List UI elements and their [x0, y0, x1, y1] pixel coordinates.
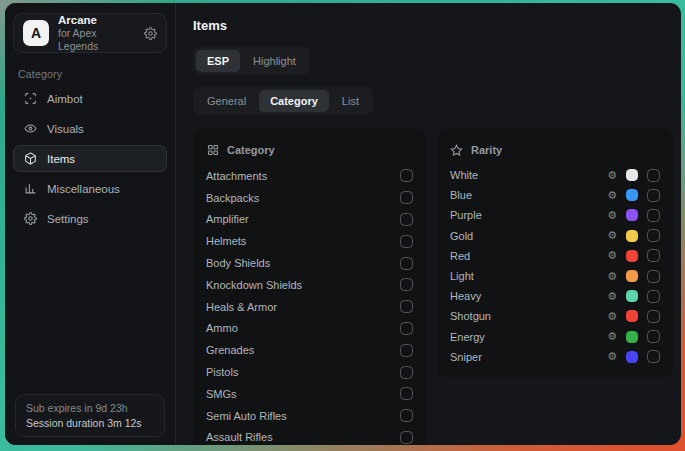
checkbox[interactable]	[400, 257, 413, 270]
checkbox[interactable]	[400, 169, 413, 182]
checkbox[interactable]	[647, 350, 660, 363]
gear-icon[interactable]: ⚙	[607, 170, 617, 181]
rarity-row-label: White	[450, 169, 607, 181]
color-swatch[interactable]	[626, 351, 638, 363]
category-row: Heals & Armor	[206, 296, 413, 318]
gear-icon[interactable]: ⚙	[607, 311, 617, 322]
rarity-row-label: Blue	[450, 189, 607, 201]
category-row: Ammo	[206, 318, 413, 340]
checkbox[interactable]	[400, 344, 413, 357]
gear-icon[interactable]: ⚙	[607, 190, 617, 201]
panels: Category Attachments Backpacks Amplifier…	[193, 129, 673, 445]
eye-icon	[23, 122, 37, 136]
color-swatch[interactable]	[626, 310, 638, 322]
view-tabs: GeneralCategoryList	[193, 87, 373, 115]
checkbox[interactable]	[400, 366, 413, 379]
sidebar-item-settings[interactable]: Settings	[13, 205, 167, 232]
category-row: Body Shields	[206, 252, 413, 274]
session-duration-text: Session duration 3m 12s	[26, 417, 154, 429]
category-row: Knockdown Shields	[206, 274, 413, 296]
category-row-label: Amplifier	[206, 213, 400, 225]
gear-icon	[23, 212, 37, 226]
category-row-label: Assault Rifles	[206, 431, 400, 443]
category-row: Semi Auto Rifles	[206, 405, 413, 427]
category-row-label: SMGs	[206, 388, 400, 400]
checkbox[interactable]	[647, 209, 660, 222]
checkbox[interactable]	[647, 189, 660, 202]
tab-general[interactable]: General	[196, 90, 257, 112]
gear-icon[interactable]: ⚙	[607, 351, 617, 362]
sub-expires-text: Sub expires in 9d 23h	[26, 402, 154, 414]
tab-highlight[interactable]: Highlight	[242, 50, 307, 72]
gear-icon[interactable]: ⚙	[607, 210, 617, 221]
category-row-label: Backpacks	[206, 192, 400, 204]
gear-icon[interactable]: ⚙	[607, 230, 617, 241]
sidebar-item-label: Aimbot	[47, 93, 83, 105]
sidebar-item-label: Settings	[47, 213, 89, 225]
sidebar-item-miscellaneous[interactable]: Miscellaneous	[13, 175, 167, 202]
sidebar-section-label: Category	[18, 68, 175, 80]
category-row-label: Pistols	[206, 366, 400, 378]
color-swatch[interactable]	[626, 230, 638, 242]
checkbox[interactable]	[400, 278, 413, 291]
sidebar-nav: Aimbot Visuals Items Miscellaneous Setti…	[5, 85, 175, 232]
color-swatch[interactable]	[626, 250, 638, 262]
checkbox[interactable]	[400, 322, 413, 335]
gear-icon[interactable]: ⚙	[607, 291, 617, 302]
category-row-label: Body Shields	[206, 257, 400, 269]
rarity-row: White ⚙	[450, 165, 660, 185]
rarity-row-label: Red	[450, 250, 607, 262]
rarity-row-label: Light	[450, 270, 607, 282]
category-row: Assault Rifles	[206, 427, 413, 445]
color-swatch[interactable]	[626, 189, 638, 201]
sidebar: A Arcane for Apex Legends Category Aimbo…	[5, 3, 176, 445]
checkbox[interactable]	[647, 330, 660, 343]
sidebar-item-aimbot[interactable]: Aimbot	[13, 85, 167, 112]
checkbox[interactable]	[647, 310, 660, 323]
tab-category[interactable]: Category	[259, 90, 329, 112]
gear-icon[interactable]: ⚙	[607, 331, 617, 342]
rarity-row: Light ⚙	[450, 266, 660, 286]
subscription-info: Sub expires in 9d 23h Session duration 3…	[15, 394, 165, 437]
rarity-row-label: Heavy	[450, 290, 607, 302]
sidebar-item-visuals[interactable]: Visuals	[13, 115, 167, 142]
crosshair-icon	[23, 92, 37, 106]
rarity-row: Purple ⚙	[450, 205, 660, 225]
checkbox[interactable]	[647, 270, 660, 283]
rarity-panel: Rarity White ⚙ Blue ⚙ Purple ⚙ Gold ⚙ Re…	[437, 129, 673, 377]
category-row-label: Heals & Armor	[206, 301, 400, 313]
category-row: Amplifier	[206, 209, 413, 231]
tab-list[interactable]: List	[331, 90, 370, 112]
color-swatch[interactable]	[626, 270, 638, 282]
rarity-row-label: Sniper	[450, 351, 607, 363]
checkbox[interactable]	[400, 431, 413, 444]
checkbox[interactable]	[400, 300, 413, 313]
checkbox[interactable]	[400, 409, 413, 422]
gear-icon[interactable]: ⚙	[607, 271, 617, 282]
category-row: Pistols	[206, 361, 413, 383]
checkbox[interactable]	[400, 387, 413, 400]
color-swatch[interactable]	[626, 209, 638, 221]
sidebar-item-items[interactable]: Items	[13, 145, 167, 172]
checkbox[interactable]	[647, 249, 660, 262]
tab-esp[interactable]: ESP	[196, 50, 240, 72]
category-row: Backpacks	[206, 187, 413, 209]
checkbox[interactable]	[400, 191, 413, 204]
main-content: Items ESPHighlight GeneralCategoryList C…	[176, 3, 681, 445]
color-swatch[interactable]	[626, 169, 638, 181]
rarity-panel-title: Rarity	[471, 144, 502, 156]
checkbox[interactable]	[647, 229, 660, 242]
checkbox[interactable]	[400, 213, 413, 226]
rarity-row: Red ⚙	[450, 246, 660, 266]
category-panel: Category Attachments Backpacks Amplifier…	[193, 129, 426, 445]
checkbox[interactable]	[647, 290, 660, 303]
category-row: SMGs	[206, 383, 413, 405]
rarity-row-label: Gold	[450, 230, 607, 242]
color-swatch[interactable]	[626, 331, 638, 343]
gear-icon[interactable]	[144, 27, 157, 40]
checkbox[interactable]	[647, 169, 660, 182]
category-row-label: Grenades	[206, 344, 400, 356]
color-swatch[interactable]	[626, 290, 638, 302]
checkbox[interactable]	[400, 235, 413, 248]
gear-icon[interactable]: ⚙	[607, 250, 617, 261]
